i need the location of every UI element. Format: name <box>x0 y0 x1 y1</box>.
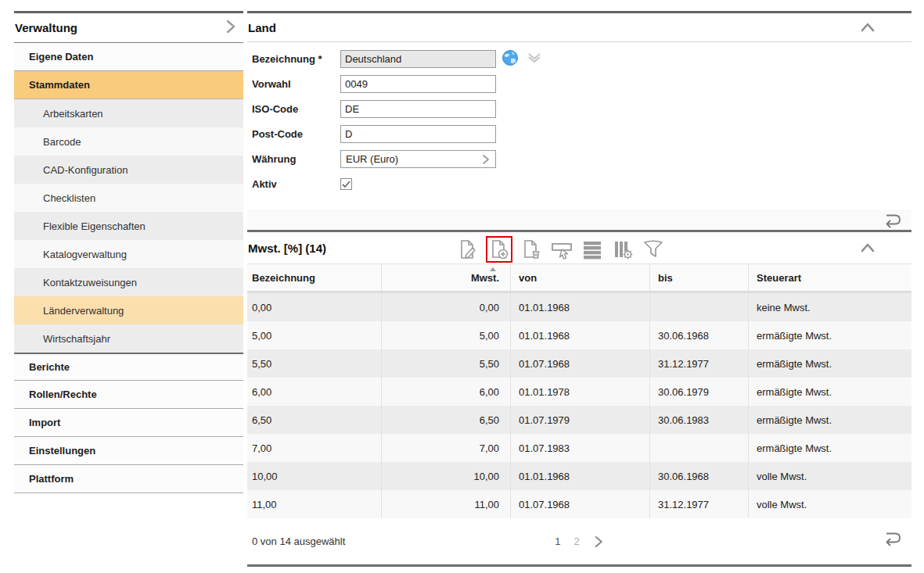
sidebar-item-arbeitskarten[interactable]: Arbeitskarten <box>14 99 243 127</box>
waehrung-select[interactable]: EUR (Euro) <box>340 150 496 168</box>
sidebar-item-cad-konfiguration[interactable]: CAD-Konfiguration <box>14 156 243 184</box>
cell-bezeichnung: 7,00 <box>247 434 381 462</box>
land-panel-header: Land <box>247 13 911 42</box>
column-header-label: bis <box>658 272 673 284</box>
cell-von: 01.07.1968 <box>510 490 649 518</box>
column-header-label: von <box>519 272 537 284</box>
cell-steuerart: volle Mwst. <box>748 462 911 490</box>
globe-icon[interactable] <box>502 49 519 70</box>
post-code-field[interactable] <box>340 125 496 143</box>
select-row-icon[interactable] <box>550 238 573 261</box>
mwst-panel-header: Mwst. [%] (14) <box>247 232 911 264</box>
return-icon[interactable] <box>880 529 902 550</box>
bezeichnung-label: Bezeichnung * <box>252 53 340 65</box>
sort-ascending-icon <box>490 267 496 271</box>
iso-code-field[interactable] <box>340 100 496 118</box>
sidebar-item-katalogverwaltung[interactable]: Katalogverwaltung <box>14 240 243 268</box>
sidebar-item-import[interactable]: Import <box>14 409 243 437</box>
table-row[interactable]: 5,50 5,50 01.07.1968 31.12.1977 ermäßigt… <box>247 349 911 378</box>
form-row-waehrung: Währung EUR (Euro) <box>252 150 911 168</box>
sidebar-item-rollen-rechte[interactable]: Rollen/Rechte <box>14 381 243 409</box>
cell-bezeichnung: 5,00 <box>247 321 381 349</box>
cell-bis: 30.06.1968 <box>649 462 748 490</box>
land-panel-footer <box>247 210 911 230</box>
column-header-steuerart[interactable]: Steuerart <box>748 264 911 291</box>
table-row[interactable]: 5,00 5,00 01.01.1968 30.06.1968 ermäßigt… <box>247 321 911 349</box>
sidebar-item-plattform[interactable]: Plattform <box>14 465 243 493</box>
sidebar-item-flexible-eigenschaften[interactable]: Flexible Eigenschaften <box>14 212 243 240</box>
table-row[interactable]: 6,00 6,00 01.01.1978 30.06.1979 ermäßigt… <box>247 378 911 406</box>
table-row[interactable]: 10,00 10,00 01.01.1968 30.06.1968 volle … <box>247 462 911 490</box>
sidebar-item-label: CAD-Konfiguration <box>43 164 128 176</box>
bezeichnung-field-icons <box>502 49 543 70</box>
delete-document-icon[interactable] <box>520 238 543 261</box>
collapse-panel-icon[interactable] <box>859 20 876 34</box>
sidebar-item-eigene-daten[interactable]: Eigene Daten <box>14 43 243 71</box>
page-button-2[interactable]: 2 <box>574 535 580 547</box>
sidebar-item-label: Flexible Eigenschaften <box>43 220 146 232</box>
sidebar-item-checklisten[interactable]: Checklisten <box>14 184 243 212</box>
cell-bis: 30.06.1968 <box>649 321 748 349</box>
form-row-post-code: Post-Code <box>252 125 911 143</box>
sidebar-item-label: Plattform <box>29 473 74 485</box>
collapse-panel-icon[interactable] <box>859 241 876 255</box>
sidebar-item-barcode[interactable]: Barcode <box>14 127 243 156</box>
cell-steuerart: volle Mwst. <box>748 490 911 518</box>
mwst-table-header: Bezeichnung Mwst. von bis Steuerart <box>247 264 911 293</box>
column-header-bezeichnung[interactable]: Bezeichnung <box>247 264 381 291</box>
app-window: Verwaltung Eigene Daten Stammdaten Arbei… <box>0 0 924 573</box>
post-code-label: Post-Code <box>252 128 340 140</box>
table-row[interactable]: 6,50 6,50 01.07.1979 30.06.1983 ermäßigt… <box>247 406 911 434</box>
edit-document-icon[interactable] <box>455 238 479 261</box>
table-row[interactable]: 7,00 7,00 01.07.1983 ermäßigte Mwst. <box>247 434 911 462</box>
cell-bezeichnung: 0,00 <box>247 293 381 321</box>
iso-code-label: ISO-Code <box>252 103 340 115</box>
filter-icon[interactable] <box>642 238 665 261</box>
table-row[interactable]: 11,00 11,00 01.07.1968 31.12.1977 volle … <box>247 490 911 518</box>
vorwahl-label: Vorwahl <box>252 78 340 90</box>
sidebar-item-kontaktzuweisungen[interactable]: Kontaktzuweisungen <box>14 268 243 296</box>
form-row-iso-code: ISO-Code <box>252 100 911 118</box>
form-row-bezeichnung: Bezeichnung * <box>252 50 911 68</box>
sidebar-item-laenderverwaltung[interactable]: Länderverwaltung <box>14 296 243 324</box>
sidebar-header: Verwaltung <box>14 13 243 43</box>
page-button-1[interactable]: 1 <box>555 535 560 547</box>
sidebar-item-wirtschaftsjahr[interactable]: Wirtschaftsjahr <box>14 324 243 353</box>
land-panel-title: Land <box>247 21 276 34</box>
column-header-mwst[interactable]: Mwst. <box>381 264 510 291</box>
rows-icon[interactable] <box>581 238 604 261</box>
sidebar-item-label: Import <box>29 417 60 428</box>
vorwahl-field[interactable] <box>340 75 496 93</box>
cell-bis: 30.06.1983 <box>649 406 748 434</box>
chevron-double-down-icon[interactable] <box>526 50 543 69</box>
return-icon[interactable] <box>880 211 902 231</box>
aktiv-label: Aktiv <box>252 178 340 190</box>
sidebar-item-label: Eigene Daten <box>29 51 93 63</box>
cell-bis: 30.06.1979 <box>649 378 748 406</box>
column-header-label: Mwst. <box>471 272 499 284</box>
sidebar-item-label: Stammdaten <box>29 79 90 91</box>
column-settings-icon[interactable] <box>611 238 635 261</box>
mwst-panel-title: Mwst. [%] (14) <box>247 242 326 255</box>
column-header-bis[interactable]: bis <box>649 264 748 291</box>
cell-bis: 31.12.1977 <box>649 349 748 378</box>
cell-mwst: 7,00 <box>381 434 510 462</box>
table-row[interactable]: 0,00 0,00 01.01.1968 keine Mwst. <box>247 293 911 321</box>
cell-bezeichnung: 6,50 <box>247 406 381 434</box>
form-row-aktiv: Aktiv <box>252 175 911 193</box>
sidebar-item-stammdaten[interactable]: Stammdaten <box>14 71 243 99</box>
sidebar-item-berichte[interactable]: Berichte <box>14 353 243 381</box>
sidebar-navigation: Verwaltung Eigene Daten Stammdaten Arbei… <box>14 11 243 493</box>
sidebar-item-label: Arbeitskarten <box>43 108 103 120</box>
chevron-right-icon[interactable] <box>223 18 239 38</box>
cell-bezeichnung: 6,00 <box>247 378 381 406</box>
sidebar-item-label: Berichte <box>29 361 70 373</box>
sidebar-item-einstellungen[interactable]: Einstellungen <box>14 437 243 465</box>
bezeichnung-field[interactable] <box>340 50 496 68</box>
column-header-von[interactable]: von <box>510 264 649 291</box>
add-document-icon[interactable] <box>486 236 512 263</box>
cell-steuerart: ermäßigte Mwst. <box>748 321 911 349</box>
next-page-icon[interactable] <box>593 535 604 548</box>
selection-count-text: 0 von 14 ausgewählt <box>247 535 345 547</box>
aktiv-checkbox[interactable] <box>340 178 352 190</box>
